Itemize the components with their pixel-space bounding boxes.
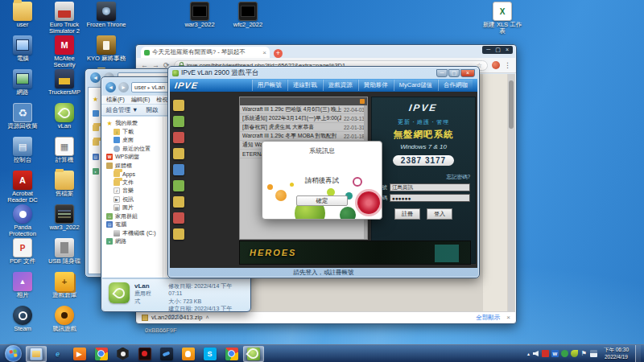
scrollbar-thumb[interactable] [509, 80, 514, 129]
register-button[interactable]: 註冊 [394, 208, 420, 220]
game-shortcut-icon[interactable] [173, 116, 184, 127]
desktop-icon[interactable]: Euro Truck Simulator 2 [43, 2, 85, 35]
desktop-icon[interactable]: war3_2022 [43, 204, 85, 238]
desktop-icon[interactable]: PDF 文件 [2, 238, 43, 272]
taskbar-button[interactable] [91, 346, 112, 362]
browser-tab[interactable]: 今天元祖羅斯有閒置嗎? - 琴韻起不 × [141, 47, 270, 58]
tray-icon[interactable] [551, 350, 559, 357]
breadcrumb-root[interactable]: user [134, 84, 147, 91]
desktop-icon[interactable]: 電腦 [2, 35, 43, 69]
download-bar-close-icon[interactable]: × [506, 314, 510, 321]
explorer-sidebar-item[interactable]: 文件 [102, 179, 163, 187]
desktop-icon[interactable]: 遊戲倉庫 [43, 272, 85, 306]
game-shortcut-icon[interactable] [173, 164, 184, 175]
news-item[interactable]: Warcraft III 1.29c 冬季 MOBA 對戰配對 22-01-18 [240, 132, 367, 141]
explorer-sidebar-item[interactable]: 最近的位置 [102, 145, 163, 154]
tray-icon[interactable] [590, 350, 597, 357]
desktop-icon[interactable]: 相片 [2, 272, 43, 306]
tab-close-icon[interactable]: × [262, 49, 266, 56]
desktop-icon[interactable]: 騰訊遊戲 [43, 306, 85, 339]
login-button[interactable]: 登入 [427, 208, 452, 220]
browser-menu-icon[interactable]: ⋮ [504, 61, 511, 69]
taskbar-button[interactable] [156, 346, 177, 362]
explorer-sidebar-item[interactable]: 媒體櫃 [102, 162, 163, 171]
desktop-icon[interactable]: KYO 麻將事務 [85, 35, 127, 69]
news-item[interactable]: [新春祝賀] 虎虎生風 大家恭喜 22-01-31 [240, 123, 367, 132]
menu-sponsor[interactable]: 贊助夥伴 [358, 80, 393, 91]
menu-partner-cafe[interactable]: 合作網咖 [438, 80, 473, 91]
desktop-icon[interactable]: wfc2_2022 [227, 2, 269, 35]
forgot-password-link[interactable]: 忘記密碼? [377, 174, 470, 181]
account-input[interactable] [390, 183, 470, 191]
desktop-icon[interactable]: 計算機 [43, 137, 85, 171]
game-shortcut-icon[interactable] [173, 100, 184, 111]
app-titlebar[interactable]: IPvE vLan 2900 遊戲平台 ─ ▢ × [170, 68, 477, 79]
taskbar-button[interactable] [178, 346, 199, 362]
menu-user-account[interactable]: 用戶帳號 [252, 80, 287, 91]
breadcrumb-current[interactable]: vLan [152, 84, 165, 91]
game-shortcut-icon[interactable] [173, 228, 184, 240]
explorer-sidebar-item[interactable]: 我的最愛 [102, 119, 163, 128]
new-tab-button[interactable]: + [274, 49, 283, 58]
ok-button[interactable]: 確定 [296, 195, 348, 206]
desktop-icon[interactable]: USB 隨身碟 [43, 238, 85, 272]
explorer-sidebar-item[interactable]: WPS網盤 [102, 153, 163, 162]
explorer-sidebar-item[interactable]: 本機磁碟 (C:) [102, 229, 163, 238]
start-button[interactable] [5, 345, 22, 362]
taskbar-button[interactable] [134, 346, 155, 362]
close-button[interactable]: × [460, 69, 475, 77]
explorer-sidebar-item[interactable]: 圖片 [102, 204, 163, 212]
game-shortcut-icon[interactable] [173, 148, 184, 159]
show-desktop-button[interactable] [635, 345, 641, 362]
menu-online-battle[interactable]: 連線對戰 [287, 80, 322, 91]
minimize-icon[interactable]: ─ [486, 47, 490, 53]
show-hidden-icons-arrow[interactable]: ▴ [527, 351, 530, 356]
browser-scrollbar[interactable] [508, 74, 514, 311]
desktop-icon[interactable]: McAfee Security [43, 35, 85, 69]
taskbar-button[interactable] [200, 346, 221, 362]
taskbar-clock[interactable]: 下午 06:30 2022/4/19 [600, 347, 633, 360]
game-shortcut-icon[interactable] [173, 212, 184, 224]
desktop-icon[interactable]: war3_2022 [179, 2, 221, 35]
desktop-icon[interactable]: user [2, 2, 43, 35]
taskbar-button[interactable] [26, 346, 47, 362]
explorer-sidebar-item[interactable]: 下載 [102, 128, 163, 137]
desktop-icon[interactable]: Frozen Throne [85, 2, 127, 35]
menu-game-resources[interactable]: 遊戲資源 [323, 80, 357, 91]
organize-button[interactable]: 組合管理 ▼ [106, 106, 138, 114]
explorer-sidebar-item[interactable]: Apps [102, 170, 163, 179]
explorer-sidebar-item[interactable]: 視訊 [102, 195, 163, 204]
desktop-icon[interactable]: 網路 [2, 69, 43, 103]
menu-file[interactable]: 檔案(F) [106, 96, 125, 104]
explorer-sidebar-item[interactable]: 電腦 [102, 220, 163, 229]
tray-icon[interactable] [532, 350, 539, 357]
maximize-button[interactable]: ▢ [448, 69, 460, 77]
explorer-sidebar-item[interactable]: 網路 [102, 237, 163, 246]
desktop-icon[interactable]: 控制台 [2, 137, 43, 171]
password-input[interactable] [390, 194, 470, 202]
tray-icon[interactable] [580, 350, 588, 357]
profile-avatar[interactable] [492, 61, 500, 69]
taskbar-button[interactable] [69, 346, 90, 362]
explorer-sidebar-item[interactable]: 桌面 [102, 136, 163, 145]
menu-edit[interactable]: 編輯(E) [131, 96, 150, 104]
menu-mycard-topup[interactable]: MyCard儲值 [394, 80, 437, 91]
desktop-icon[interactable]: vLan [43, 103, 85, 137]
desktop-icon[interactable]: Panda Protection [2, 204, 43, 238]
desktop-icon-xls[interactable]: 新建 XLS 工作表 [481, 2, 523, 35]
taskbar-button[interactable] [47, 346, 68, 362]
desktop-icon[interactable]: Steam [2, 306, 43, 339]
news-item[interactable]: [系統通知] 2022年3月14日(一)早上9:00(為止) 22-03-13 [240, 114, 367, 123]
minimize-button[interactable]: ─ [436, 69, 448, 77]
game-shortcut-icon[interactable] [173, 132, 184, 143]
taskbar-button[interactable] [221, 346, 242, 362]
game-shortcut-icon[interactable] [173, 196, 184, 208]
tray-icon[interactable] [571, 350, 578, 357]
game-banner[interactable]: HEROES [239, 241, 471, 265]
desktop-icon[interactable]: Acrobat Reader DC [2, 171, 43, 204]
open-button[interactable]: 開啟 [147, 106, 159, 114]
explorer-sidebar-item[interactable]: 家用群組 [102, 212, 163, 221]
game-shortcut-icon[interactable] [173, 180, 184, 191]
tray-icon[interactable] [561, 350, 568, 357]
desktop-icon[interactable]: 舊檔案 [43, 171, 85, 204]
